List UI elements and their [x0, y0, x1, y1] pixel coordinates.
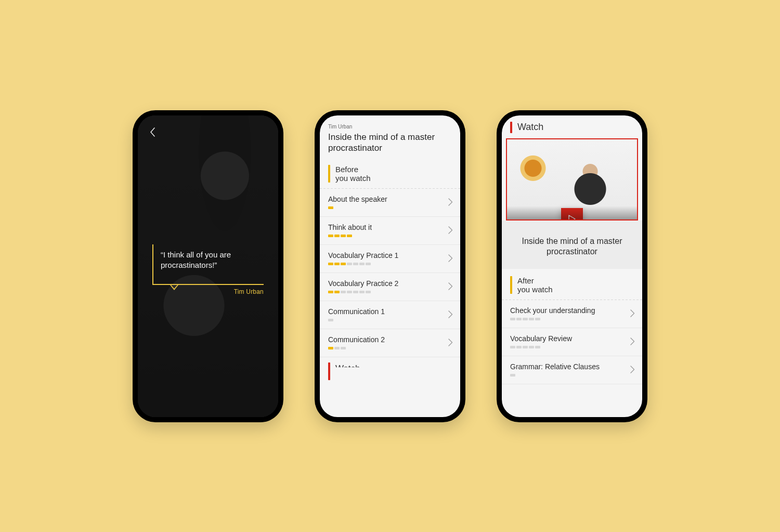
activity-label: About the speaker — [328, 195, 387, 203]
progress-segment — [366, 291, 371, 293]
quote-rule-horizontal — [152, 284, 264, 285]
activity-row[interactable]: Vocabulary Practice 1 — [320, 245, 460, 273]
section-header-watch: Watch — [502, 115, 642, 138]
progress-segment — [334, 263, 340, 265]
progress-segment — [341, 291, 346, 293]
activity-row[interactable]: Communication 1 — [320, 301, 460, 329]
progress-segment — [523, 318, 528, 320]
progress-segment — [523, 346, 528, 348]
section-label: Watch — [517, 122, 543, 133]
progress-segment — [510, 374, 515, 377]
chevron-right-icon — [630, 338, 635, 345]
activity-label: Vocabulary Practice 1 — [328, 251, 398, 259]
activity-row[interactable]: Check your understanding — [502, 300, 642, 328]
play-icon — [568, 215, 576, 220]
progress-segments — [510, 374, 600, 377]
activity-label: Grammar: Relative Clauses — [510, 362, 600, 371]
section-accent-bar — [328, 362, 330, 380]
quote-text: “I think all of you are procrastinators!… — [152, 244, 251, 271]
progress-segment — [347, 235, 352, 237]
activity-label: Communication 2 — [328, 335, 385, 344]
video-thumbnail-wrap — [502, 138, 642, 220]
lesson-header: Tim Urban Inside the mind of a master pr… — [320, 115, 460, 158]
section-accent-bar — [328, 165, 330, 183]
quote-screen: “I think all of you are procrastinators!… — [138, 115, 278, 417]
activity-label: Communication 1 — [328, 307, 385, 316]
phone-before-watch: Tim Urban Inside the mind of a master pr… — [315, 110, 465, 422]
chevron-right-icon — [448, 254, 453, 262]
phone-watch: Watch Inside the mind of a master procra… — [497, 110, 647, 422]
lesson-title: Inside the mind of a master procrastinat… — [328, 132, 452, 154]
progress-segment — [347, 263, 352, 265]
progress-segment — [510, 318, 515, 320]
progress-segment — [353, 263, 358, 265]
activity-row[interactable]: Communication 2 — [320, 329, 460, 357]
progress-segment — [516, 318, 522, 320]
progress-segments — [328, 206, 387, 209]
chevron-right-icon — [448, 226, 453, 234]
progress-segment — [535, 346, 540, 348]
progress-segment — [359, 263, 365, 265]
progress-segment — [353, 291, 358, 293]
progress-segment — [334, 291, 340, 293]
progress-segments — [510, 318, 595, 320]
quote-block: “I think all of you are procrastinators!… — [152, 244, 264, 271]
progress-segment — [341, 235, 346, 237]
progress-segment — [341, 263, 346, 265]
progress-segment — [516, 346, 522, 348]
section-header-watch-peek: Watch — [320, 357, 460, 380]
progress-segments — [328, 347, 385, 349]
video-thumbnail[interactable] — [506, 138, 638, 220]
play-button[interactable] — [561, 208, 583, 220]
progress-segments — [510, 346, 572, 348]
progress-segments — [328, 319, 385, 321]
chevron-right-icon — [448, 310, 453, 318]
progress-segment — [328, 206, 333, 209]
progress-segment — [347, 291, 352, 293]
progress-segment — [510, 346, 515, 348]
progress-segment — [328, 319, 333, 321]
section-label: Watch — [335, 364, 360, 374]
watch-screen: Watch Inside the mind of a master procra… — [502, 115, 642, 417]
quote-rule-vertical — [152, 244, 153, 285]
progress-segment — [328, 347, 333, 349]
activity-row[interactable]: Think about it — [320, 217, 460, 245]
activity-row[interactable]: Vocabulary Review — [502, 328, 642, 356]
progress-segment — [529, 346, 534, 348]
progress-segment — [334, 235, 340, 237]
section-label: After you watch — [517, 276, 553, 294]
progress-segment — [535, 318, 540, 320]
activity-label: Vocabulary Practice 2 — [328, 279, 398, 288]
quote-author: Tim Urban — [234, 288, 264, 295]
activity-label: Check your understanding — [510, 306, 595, 315]
progress-segment — [366, 263, 371, 265]
lesson-screen: Tim Urban Inside the mind of a master pr… — [320, 115, 460, 417]
activity-label: Think about it — [328, 223, 372, 231]
section-label: Before you watch — [335, 165, 371, 183]
progress-segment — [359, 291, 365, 293]
activity-row[interactable]: Vocabulary Practice 2 — [320, 273, 460, 301]
section-accent-bar — [510, 276, 512, 294]
speaker-name: Tim Urban — [328, 124, 452, 129]
chevron-right-icon — [630, 366, 635, 373]
progress-segment — [334, 347, 340, 349]
progress-segment — [328, 263, 333, 265]
chevron-right-icon — [630, 309, 635, 317]
progress-segment — [341, 347, 346, 349]
chevron-right-icon — [448, 282, 453, 290]
section-header-before: Before you watch — [320, 158, 460, 188]
progress-segments — [328, 263, 398, 265]
video-title: Inside the mind of a master procrastinat… — [502, 220, 642, 269]
activity-row[interactable]: Grammar: Relative Clauses — [502, 356, 642, 384]
section-accent-bar — [510, 122, 512, 133]
activity-label: Vocabulary Review — [510, 334, 572, 343]
chevron-right-icon — [448, 339, 453, 346]
progress-segments — [328, 291, 398, 293]
back-button[interactable] — [145, 125, 160, 139]
activity-row[interactable]: About the speaker — [320, 189, 460, 217]
phone-quote: “I think all of you are procrastinators!… — [133, 110, 283, 422]
progress-segment — [328, 235, 333, 237]
progress-segments — [328, 235, 372, 237]
progress-segment — [529, 318, 534, 320]
progress-segment — [328, 291, 333, 293]
